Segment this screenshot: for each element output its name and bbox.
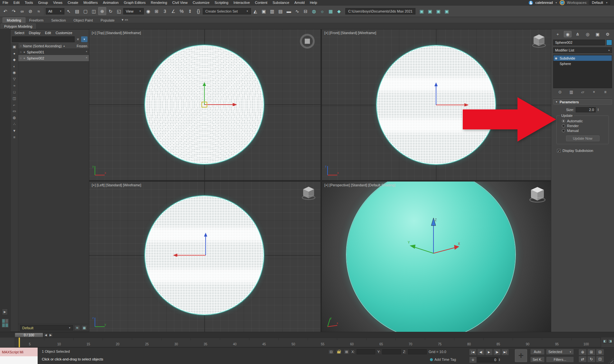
material-editor-icon[interactable]: ◍ (310, 7, 318, 15)
user-name[interactable]: calebnread (535, 1, 553, 5)
explorer-settings-icon[interactable]: ≡ (11, 134, 18, 140)
select-object-icon[interactable]: ↖ (65, 7, 73, 15)
display-groups-icon[interactable]: □ (11, 89, 18, 95)
toggle-ribbon-icon[interactable]: ▬ (285, 7, 293, 15)
schematic-view-icon[interactable]: ⊟ (302, 7, 310, 15)
frame-spinner[interactable]: ▲▼ (498, 358, 500, 361)
display-xrefs-icon[interactable]: ◫ (11, 95, 18, 101)
display-cameras-icon[interactable]: ◉ (11, 70, 18, 76)
menu-item[interactable]: Create (65, 1, 81, 5)
display-lights-icon[interactable]: ◐ (11, 63, 18, 69)
menu-item[interactable]: Civil View (170, 1, 190, 5)
select-and-link-icon[interactable]: ∞ (18, 7, 26, 15)
viewcube-icon[interactable] (300, 34, 315, 49)
z-coordinate-field[interactable] (408, 349, 427, 354)
track-bar-tick[interactable]: 75 (425, 338, 454, 347)
filter-funnel-icon[interactable]: ▼ (81, 36, 88, 42)
window-resize-grip[interactable] (608, 358, 613, 363)
modifier-list-dropdown[interactable]: Modifier List ▼ (553, 47, 612, 53)
project-path-field[interactable]: C:\Users\boys\Documents\3ds Max 2021 (345, 8, 415, 14)
explorer-preset-dropdown[interactable]: Default ▼ (20, 325, 73, 331)
modify-tab-icon[interactable]: ◉ (564, 31, 572, 37)
undo-icon[interactable]: ↶ (1, 7, 9, 15)
isolate-selection-icon[interactable]: ⊡ (328, 349, 334, 354)
menu-item[interactable]: Arnold (292, 1, 307, 5)
radio-icon[interactable] (562, 124, 565, 127)
track-bar-tick[interactable]: 30 (162, 338, 191, 347)
hierarchy-tab-icon[interactable]: ⋔ (574, 31, 581, 37)
menu-item[interactable]: Customize (190, 1, 212, 5)
size-spinner[interactable]: ▲▼ (597, 108, 599, 111)
explorer-grid-icon[interactable]: ▦ (81, 325, 87, 331)
viewcube-icon[interactable] (301, 185, 316, 200)
explorer-menu-item[interactable]: Edit (43, 31, 53, 35)
radio-icon[interactable] (562, 119, 565, 123)
viewport-label[interactable]: [+] [Top] [Standard] [Wireframe] (92, 31, 141, 35)
ribbon-tab[interactable]: Modeling (3, 17, 25, 23)
transform-gizmo[interactable] (170, 233, 212, 262)
viewport-label[interactable]: [+] [Perspective] [Standard] [Default Sh… (324, 183, 395, 187)
track-bar-tick[interactable]: 40 (220, 338, 249, 347)
key-filter-dropdown[interactable]: Selected ▼ (546, 349, 574, 355)
track-bar-tick[interactable]: 100 (572, 338, 601, 347)
render-setup-icon[interactable]: ☼ (318, 7, 326, 15)
transform-gizmo[interactable] (198, 82, 240, 111)
viewport-label[interactable]: [+] [Front] [Standard] [Wireframe] (324, 31, 376, 35)
explorer-menu-item[interactable]: Customize (54, 31, 74, 35)
radio-icon[interactable] (562, 129, 565, 132)
display-geometry-icon[interactable]: ● (11, 50, 18, 56)
ribbon-tab[interactable]: Object Paint (70, 18, 97, 23)
select-and-rotate-icon[interactable]: ↻ (107, 7, 115, 15)
go-to-end-button[interactable]: ▶| (501, 349, 509, 355)
angle-snap-icon[interactable]: ∠ (169, 7, 177, 15)
set-keys-button[interactable]: + (515, 349, 527, 362)
ribbon-minimize-icon[interactable]: ▭ (125, 18, 128, 22)
workspace-dropdown[interactable]: Default ▼ (590, 0, 610, 5)
display-space-warps-icon[interactable]: ≈ (11, 82, 18, 89)
track-bar-tick[interactable]: 25 (132, 338, 162, 347)
selection-lock-icon[interactable] (336, 349, 342, 354)
object-name[interactable]: Sphere001 (27, 50, 44, 54)
bind-to-space-warp-icon[interactable]: ≈ (35, 7, 43, 15)
configure-modifier-sets-icon[interactable]: ≡ (602, 89, 608, 95)
spinner-snap-icon[interactable]: ⇕ (186, 7, 194, 15)
rectangular-selection-region-icon[interactable]: ▢ (81, 7, 89, 15)
track-bar-filter-icon[interactable]: ◨ (608, 339, 613, 343)
menu-item[interactable]: Content (252, 1, 270, 5)
menu-item[interactable]: Rendering (148, 1, 170, 5)
window-crossing-icon[interactable]: ◫ (90, 7, 98, 15)
display-tab-icon[interactable]: ▣ (594, 31, 601, 37)
update-now-button[interactable]: Update Now (566, 135, 600, 141)
size-value-field[interactable]: 2.0 (576, 107, 596, 112)
open-mini-curve-editor-icon[interactable]: ◧ (602, 339, 607, 343)
user-caret-icon[interactable]: ▼ (555, 2, 557, 4)
notification-badge[interactable]: 27 (560, 0, 565, 5)
polygon-modeling-tab[interactable]: Polygon Modeling (1, 23, 36, 29)
ribbon-show-panels-icon[interactable]: ▾ (122, 18, 124, 22)
next-key-icon[interactable]: ▶ (49, 333, 53, 337)
explorer-column-header[interactable]: ○ Name (Sorted Ascending) ▲ Frozen (18, 43, 89, 49)
auto-key-button[interactable]: Auto (530, 349, 544, 355)
curve-editor-icon[interactable]: ∿ (293, 7, 301, 15)
make-unique-icon[interactable]: ▱ (580, 89, 586, 95)
name-column-header[interactable]: Name (Sorted Ascending) (23, 44, 61, 48)
select-and-manipulate-icon[interactable]: ⊞ (153, 7, 161, 15)
edit-named-selection-sets-icon[interactable]: {} (194, 7, 202, 15)
pin-stack-icon[interactable]: ⊙ (557, 89, 563, 95)
show-end-result-icon[interactable]: ▥ (568, 89, 574, 95)
select-and-scale-icon[interactable]: ◱ (115, 7, 123, 15)
ribbon-tab[interactable]: Selection (47, 18, 70, 23)
track-bar-tick[interactable]: 70 (396, 338, 425, 347)
monitor-layout-icon-4[interactable]: ▣ (443, 7, 451, 15)
sort-ascending-icon[interactable]: ▲ (63, 45, 65, 47)
rendered-frame-window-icon[interactable]: ▦ (327, 7, 335, 15)
clear-search-icon[interactable]: ✕ (76, 37, 80, 42)
select-by-name-icon[interactable]: ▤ (73, 7, 81, 15)
reference-coordinate-dropdown[interactable]: View ▼ (123, 8, 144, 14)
modifier-name[interactable]: Subdivide (560, 56, 575, 60)
monitor-layout-icon-2[interactable]: ▣ (426, 7, 434, 15)
maxscript-input[interactable] (0, 356, 38, 364)
display-particles-icon[interactable]: ∴ (11, 121, 18, 127)
orbit-icon[interactable]: ↻ (587, 356, 595, 362)
list-item[interactable]: ○ ● Sphere002 * (18, 55, 89, 61)
